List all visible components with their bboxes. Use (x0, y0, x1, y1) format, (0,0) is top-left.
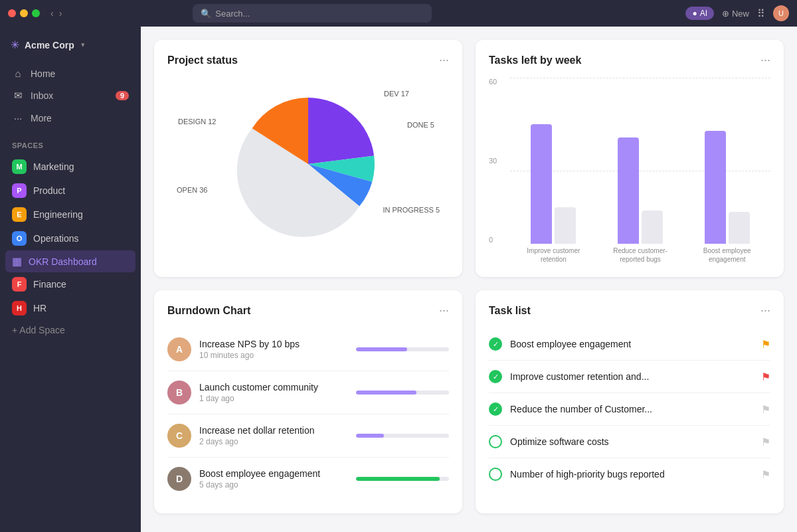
task-check-done[interactable]: ✓ (489, 402, 502, 416)
workspace-name: Acme Corp (25, 40, 74, 50)
burndown-info: Boost employee engagement 5 days ago (199, 468, 348, 489)
task-check-open[interactable] (489, 468, 502, 481)
list-item: D Boost employee engagement 5 days ago (167, 458, 449, 500)
avatar: C (167, 424, 191, 448)
more-icon: ··· (12, 112, 24, 124)
y-label-30: 30 (489, 157, 497, 165)
sidebar-item-okr-dashboard[interactable]: ▦ OKR Dashboard (5, 250, 135, 272)
maximize-dot[interactable] (32, 9, 40, 17)
close-dot[interactable] (8, 9, 16, 17)
grid-line-top (510, 78, 770, 78)
task-check-open[interactable] (489, 435, 502, 448)
burndown-info: Increase net dollar retention 2 days ago (199, 425, 348, 446)
list-item: Number of high-priority bugs reported ⚑ (489, 458, 770, 490)
ai-label: AI (700, 9, 707, 18)
list-item: A Increase NPS by 10 bps 10 minutes ago (167, 328, 449, 371)
burndown-list: A Increase NPS by 10 bps 10 minutes ago … (167, 328, 449, 500)
window-controls (8, 9, 40, 17)
sidebar-item-home[interactable]: ⌂ Home (5, 63, 135, 84)
bar-purple-1 (531, 124, 552, 244)
search-bar[interactable]: 🔍 Search... (193, 4, 432, 23)
task-list-menu[interactable]: ··· (760, 304, 770, 317)
sidebar-item-marketing[interactable]: M Marketing (5, 155, 135, 179)
space-icon-engineering: E (12, 207, 27, 222)
add-space-button[interactable]: + Add Space (5, 320, 135, 340)
burndown-menu[interactable]: ··· (439, 304, 449, 317)
ai-icon: ● (692, 9, 697, 18)
pie-dev (308, 98, 374, 164)
new-label: New (732, 9, 749, 19)
flag-icon: ⚑ (761, 371, 770, 383)
avatar: B (167, 381, 191, 404)
list-item: ✓ Boost employee engagement ⚑ (489, 328, 770, 361)
space-label-hr: HR (33, 303, 46, 313)
ai-badge[interactable]: ● AI (685, 7, 714, 20)
forward-arrow[interactable]: › (59, 8, 62, 19)
sidebar-item-inbox[interactable]: ✉ Inbox 9 (5, 85, 135, 106)
space-icon-hr: H (12, 301, 27, 315)
list-item: ✓ Improve customer retention and... ⚑ (489, 361, 770, 393)
task-name: Reduce the number of Customer... (510, 404, 753, 414)
list-item: C Increase net dollar retention 2 days a… (167, 414, 449, 458)
back-arrow[interactable]: ‹ (50, 8, 54, 19)
bar-y-labels: 60 30 0 (489, 78, 497, 244)
burndown-item-name: Launch customer community (199, 382, 348, 393)
pie-chart: DEV 17 DONE 5 IN PROGRESS 5 OPEN 36 DESI… (167, 78, 449, 250)
task-check-done[interactable]: ✓ (489, 370, 502, 383)
new-icon: ⊕ (722, 9, 729, 19)
minimize-dot[interactable] (20, 9, 28, 17)
task-name: Improve customer retention and... (510, 371, 753, 382)
bar-purple-3 (705, 131, 726, 244)
burndown-info: Increase NPS by 10 bps 10 minutes ago (199, 339, 348, 360)
sidebar-item-label: Home (31, 68, 55, 79)
burndown-progress (356, 347, 449, 351)
sidebar-item-engineering[interactable]: E Engineering (5, 203, 135, 226)
y-label-0: 0 (489, 236, 497, 244)
titlebar: ‹ › 🔍 Search... ● AI ⊕ New ⠿ U (0, 0, 797, 27)
space-icon-product: P (12, 183, 27, 198)
project-status-card: Project status ··· (154, 40, 462, 277)
task-check-done[interactable]: ✓ (489, 337, 502, 351)
content-area: Project status ··· (141, 27, 797, 532)
sidebar-item-more[interactable]: ··· More (5, 108, 135, 128)
sidebar-item-product[interactable]: P Product (5, 179, 135, 203)
sidebar-nav: ⌂ Home ✉ Inbox 9 ··· More (5, 63, 135, 128)
inbox-icon: ✉ (12, 90, 24, 102)
burndown-fill (356, 434, 384, 438)
sidebar-item-operations[interactable]: O Operations (5, 226, 135, 250)
bar-group-3: Boost employeeengagement (683, 131, 770, 264)
home-icon: ⌂ (12, 68, 24, 79)
inbox-badge: 9 (116, 91, 129, 100)
burndown-title: Burndown Chart (167, 305, 250, 317)
burndown-info: Launch customer community 1 day ago (199, 382, 348, 403)
workspace-icon: ✳ (11, 39, 19, 51)
workspace-header[interactable]: ✳ Acme Corp ▾ (5, 35, 135, 55)
avatar[interactable]: U (773, 5, 789, 21)
burndown-fill (356, 477, 440, 481)
tasks-by-week-menu[interactable]: ··· (760, 53, 770, 67)
new-button[interactable]: ⊕ New (722, 9, 749, 19)
task-name: Number of high-priority bugs reported (510, 469, 753, 480)
y-label-60: 60 (489, 78, 497, 86)
bar-chart-inner: 60 30 0 Improve customerretention (489, 78, 770, 264)
burndown-item-time: 5 days ago (199, 480, 348, 489)
bar-label-2: Reduce customer-reported bugs (597, 246, 684, 264)
tasks-by-week-title: Tasks left by week (489, 54, 581, 66)
task-list-title: Task list (489, 305, 531, 317)
sidebar-item-hr[interactable]: H HR (5, 296, 135, 320)
space-label-marketing: Marketing (33, 161, 74, 172)
flag-icon: ⚑ (761, 338, 770, 351)
burndown-item-name: Increase NPS by 10 bps (199, 339, 348, 349)
burndown-card: Burndown Chart ··· A Increase NPS by 10 … (154, 290, 462, 513)
spaces-label: Spaces (5, 139, 135, 152)
project-status-menu[interactable]: ··· (439, 53, 449, 67)
task-name: Boost employee engagement (510, 339, 753, 349)
main-layout: ✳ Acme Corp ▾ ⌂ Home ✉ Inbox 9 ··· More … (0, 27, 797, 532)
sidebar-item-finance[interactable]: F Finance (5, 272, 135, 296)
space-label-engineering: Engineering (33, 209, 83, 220)
burndown-item-time: 2 days ago (199, 437, 348, 446)
space-label-okr: OKR Dashboard (29, 256, 97, 267)
grid-icon[interactable]: ⠿ (757, 7, 765, 20)
sidebar-item-label: Inbox (31, 90, 53, 101)
pie-label-dev: DEV 17 (384, 90, 409, 98)
